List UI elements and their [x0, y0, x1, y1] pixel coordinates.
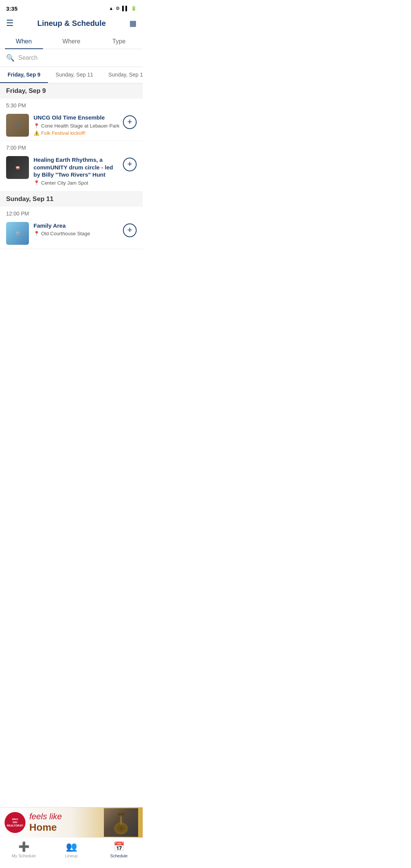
- location-pin-icon-family: 📍: [33, 231, 40, 236]
- content-area: Friday, Sep 9 5:30 PM 🎵 UNCG Old Time En…: [0, 83, 143, 295]
- ad-text: feels like Home: [29, 812, 100, 833]
- time-label-1200pm: 12:00 PM: [0, 207, 143, 218]
- tab-type[interactable]: Type: [95, 33, 143, 49]
- ad-feels-text: feels like: [29, 812, 100, 822]
- event-item-uncg: 🎵 UNCG Old Time Ensemble 📍 Cone Health S…: [0, 110, 143, 141]
- svg-point-7: [119, 827, 123, 830]
- time-label-700pm: 7:00 PM: [0, 141, 143, 152]
- date-tab-sun-sep11-2[interactable]: Sunday, Sep 11: [101, 67, 143, 83]
- event-location-uncg: 📍 Cone Health Stage at Lebauer Park: [33, 123, 120, 129]
- tab-when[interactable]: When: [0, 33, 48, 49]
- my-schedule-icon: ➕: [18, 841, 30, 852]
- search-icon: 🔍: [6, 54, 14, 62]
- ad-home-text: Home: [29, 822, 100, 833]
- status-icons: ▲ ⚙ ▌▌ 🔋: [109, 6, 137, 11]
- event-info-drum: Healing Earth Rhythms, a commUNITY drum …: [33, 156, 120, 187]
- event-title-drum: Healing Earth Rhythms, a commUNITY drum …: [33, 156, 120, 179]
- search-bar: 🔍: [0, 49, 143, 67]
- location-pin-icon-drum: 📍: [33, 180, 40, 186]
- nav-schedule[interactable]: 📅 Schedule: [95, 839, 143, 860]
- ad-banner[interactable]: allen tate REALTORS® feels like Home: [0, 807, 143, 838]
- event-info-uncg: UNCG Old Time Ensemble 📍 Cone Health Sta…: [33, 114, 120, 136]
- date-tab-sun-sep11-1[interactable]: Sunday, Sep 11: [48, 67, 101, 83]
- event-alert-uncg: ⚠️ Folk Festival kickoff!: [33, 130, 120, 136]
- alert-icon-uncg: ⚠️: [33, 130, 40, 136]
- ad-logo: allen tate REALTORS®: [5, 812, 25, 833]
- event-thumb-uncg: 🎵: [6, 114, 29, 137]
- wifi-icon: ▌▌: [122, 6, 129, 11]
- bottom-navigation: ➕ My Schedule 👥 Lineup 📅 Schedule: [0, 836, 143, 868]
- battery-icon: 🔋: [131, 6, 137, 11]
- event-title-uncg: UNCG Old Time Ensemble: [33, 114, 120, 121]
- grid-icon[interactable]: ▦: [129, 19, 137, 28]
- schedule-icon: 📅: [113, 841, 125, 852]
- event-location-drum: 📍 Center City Jam Spot: [33, 180, 120, 186]
- tab-where[interactable]: Where: [48, 33, 95, 49]
- date-tab-bar: Friday, Sep 9 Sunday, Sep 11 Sunday, Sep…: [0, 67, 143, 83]
- settings-status-icon: ⚙: [116, 6, 120, 11]
- app-title: Lineup & Schedule: [37, 19, 106, 28]
- tab-navigation: When Where Type: [0, 33, 143, 49]
- day-header-fri: Friday, Sep 9: [0, 83, 143, 99]
- nav-lineup[interactable]: 👥 Lineup: [48, 839, 95, 860]
- menu-icon[interactable]: ☰: [6, 18, 14, 28]
- lineup-icon: 👥: [66, 841, 77, 852]
- time-label-530pm: 5:30 PM: [0, 99, 143, 110]
- event-location-family: 📍 Old Courthouse Stage: [33, 231, 120, 236]
- event-item-drum: 🥁 Healing Earth Rhythms, a commUNITY dru…: [0, 152, 143, 191]
- svg-rect-3: [118, 813, 124, 815]
- header: ☰ Lineup & Schedule ▦: [0, 15, 143, 33]
- add-button-family[interactable]: +: [123, 223, 137, 237]
- status-time: 3:35: [6, 5, 18, 12]
- event-thumb-family: 🏛️: [6, 222, 29, 245]
- nav-my-schedule[interactable]: ➕ My Schedule: [0, 839, 48, 860]
- guitar-illustration: [106, 809, 136, 836]
- add-button-drum[interactable]: +: [123, 158, 137, 171]
- search-input[interactable]: [18, 54, 137, 61]
- ad-image: [104, 808, 138, 837]
- event-thumb-drum: 🥁: [6, 156, 29, 179]
- add-button-uncg[interactable]: +: [123, 115, 137, 129]
- event-info-family: Family Area 📍 Old Courthouse Stage: [33, 222, 120, 238]
- event-title-family: Family Area: [33, 222, 120, 230]
- date-tab-fri-sep9[interactable]: Friday, Sep 9: [0, 67, 48, 83]
- event-item-family: 🏛️ Family Area 📍 Old Courthouse Stage +: [0, 218, 143, 249]
- day-header-sun: Sunday, Sep 11: [0, 191, 143, 207]
- signal-icon: ▲: [109, 6, 113, 11]
- status-bar: 3:35 ▲ ⚙ ▌▌ 🔋: [0, 0, 143, 15]
- location-pin-icon-uncg: 📍: [33, 123, 40, 129]
